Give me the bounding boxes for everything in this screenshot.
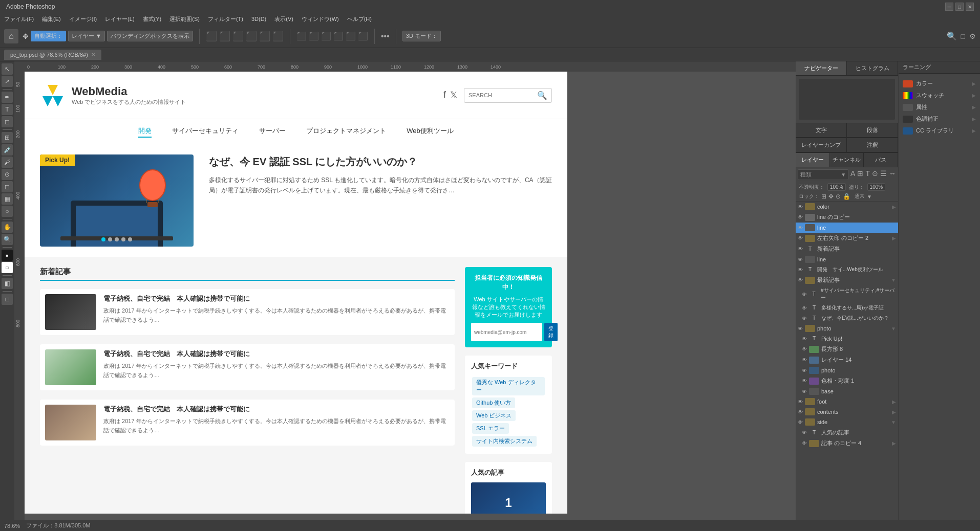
align-bottom-icon[interactable]: ⬛ <box>272 31 284 42</box>
background-color[interactable]: □ <box>2 262 13 273</box>
layer-item-photo-folder[interactable]: 👁 photo ▼ <box>796 323 898 334</box>
workspace-icon[interactable]: □ <box>961 32 965 40</box>
direct-selection-tool[interactable]: ↗ <box>2 76 13 87</box>
layer-item-contents-folder[interactable]: 👁 contents ▶ <box>796 407 898 417</box>
dist-left-icon[interactable]: ⬛ <box>296 31 307 41</box>
eye-icon[interactable]: 👁 <box>798 214 803 220</box>
layer-item-line-copy[interactable]: 👁 line のコピー <box>796 212 898 223</box>
channels-tab[interactable]: チャンネル <box>830 153 864 167</box>
eye-icon[interactable]: 👁 <box>798 246 803 252</box>
layers-smart-filter-icon[interactable]: ☰ <box>880 169 887 180</box>
layer-comp-tab[interactable]: レイヤーカンプ <box>796 138 847 152</box>
dist-center-h-icon[interactable]: ⬛ <box>309 31 319 41</box>
collapse-icon[interactable]: ▶ <box>972 81 976 86</box>
nav-item-server[interactable]: サーバー <box>259 125 286 138</box>
menu-help[interactable]: ヘルプ(H) <box>347 15 372 23</box>
nav-item-security[interactable]: サイバーセキュリティ <box>172 125 239 138</box>
layer-dropdown[interactable]: レイヤー ▼ <box>68 31 105 41</box>
zoom-tool[interactable]: 🔍 <box>2 234 13 245</box>
eye-icon[interactable]: 👁 <box>802 378 807 384</box>
menu-filter[interactable]: フィルター(T) <box>208 15 243 23</box>
layer-item-arrows-copy[interactable]: 👁 左右矢印 のコピー 2 ▶ <box>796 233 898 244</box>
close-button[interactable]: ✕ <box>966 3 974 11</box>
tab-close-icon[interactable]: ✕ <box>91 52 95 57</box>
align-right-icon[interactable]: ⬛ <box>232 31 244 42</box>
lock-all-icon[interactable]: 🔒 <box>843 193 850 200</box>
search-input[interactable] <box>468 92 535 98</box>
hand-tool[interactable]: ✋ <box>2 222 13 233</box>
eye-icon[interactable]: 👁 <box>798 277 803 283</box>
move-icon[interactable]: ✥ <box>23 32 29 40</box>
crop-tool[interactable]: ⊞ <box>2 132 13 143</box>
collapse-icon[interactable]: ▶ <box>892 399 896 405</box>
nav-item-dev[interactable]: 開発 <box>138 125 152 138</box>
paths-tab[interactable]: パス <box>864 153 898 167</box>
keyword-tag[interactable]: サイト内検索システム <box>472 436 537 447</box>
menu-edit[interactable]: 編集(E) <box>42 15 61 23</box>
dist-center-v-icon[interactable]: ⬛ <box>346 31 356 41</box>
align-center-v-icon[interactable]: ⬛ <box>259 31 270 42</box>
menu-type[interactable]: 書式(Y) <box>143 15 162 23</box>
layers-tab[interactable]: レイヤー <box>796 153 830 167</box>
keyword-tag[interactable]: SSL エラー <box>472 423 509 434</box>
lock-artboard-icon[interactable]: ⊙ <box>836 193 841 200</box>
layer-item-huesat[interactable]: 👁 色相・彩度 1 <box>796 375 898 386</box>
eye-icon[interactable]: 👁 <box>802 316 807 321</box>
collapse-icon[interactable]: ▶ <box>892 409 896 415</box>
menu-3d[interactable]: 3D(D) <box>251 16 266 22</box>
eye-icon[interactable]: 👁 <box>798 257 803 262</box>
cc-library-property[interactable]: CC ライブラリ ▶ <box>903 125 976 137</box>
collapse-icon[interactable]: ▶ <box>972 128 976 134</box>
collapse-icon[interactable]: ▶ <box>972 104 976 110</box>
bounding-box-checkbox[interactable]: バウンディングボックスを表示 <box>107 31 193 41</box>
eye-icon[interactable]: 👁 <box>802 346 807 352</box>
article-item[interactable]: 電子納税、自宅で完結 本人確認は携帯で可能に 政府は 2017 年からインターネ… <box>40 289 455 335</box>
eye-icon[interactable]: 👁 <box>798 326 803 331</box>
eye-icon[interactable]: 👁 <box>798 204 803 210</box>
eye-icon[interactable]: 👁 <box>802 357 807 363</box>
eye-icon[interactable]: 👁 <box>802 430 807 435</box>
newsletter-email-input[interactable] <box>471 323 542 341</box>
collapse-icon[interactable]: ▶ <box>972 93 976 98</box>
eye-icon[interactable]: 👁 <box>802 305 807 311</box>
keyword-tag[interactable]: 優秀な Web ディレクター <box>472 377 545 395</box>
layer-item-title-text[interactable]: 👁 T なぜ、今EV認...がいいのか？ <box>796 313 898 323</box>
eye-icon[interactable]: 👁 <box>798 225 803 231</box>
gradient-tool[interactable]: ▦ <box>2 193 13 205</box>
document-tab[interactable]: pc_top.psd @ 78.6% (RGB/8#) ✕ <box>4 50 101 60</box>
minimize-button[interactable]: ─ <box>945 3 953 11</box>
nav-item-pm[interactable]: プロジェクトマネジメント <box>306 125 386 138</box>
layer-item-rect8[interactable]: 👁 長方形 8 <box>796 344 898 355</box>
eye-icon[interactable]: 👁 <box>802 368 807 373</box>
dist-top-icon[interactable]: ⬛ <box>333 31 344 41</box>
layer-item-line2[interactable]: 👁 line <box>796 254 898 264</box>
quick-mask-mode[interactable]: ◧ <box>2 278 13 289</box>
article-item[interactable]: 電子納税、自宅で完結 本人確認は携帯で可能に 政府は 2017 年からインターネ… <box>40 400 455 446</box>
layer-item-popular-text[interactable]: 👁 T 人気の記事 <box>796 427 898 438</box>
expand-icon[interactable]: ▼ <box>891 419 896 425</box>
maximize-button[interactable]: □ <box>955 3 964 11</box>
shape-tool[interactable]: ◻ <box>2 116 13 127</box>
align-center-h-icon[interactable]: ⬛ <box>219 31 230 42</box>
collapse-icon[interactable]: ▶ <box>892 204 896 210</box>
expand-icon[interactable]: ▼ <box>891 326 896 331</box>
brush-tool[interactable]: 🖌 <box>2 157 13 168</box>
layers-toggle-filter-icon[interactable]: ↔ <box>889 169 896 180</box>
histogram-tab[interactable]: ヒストグラム <box>847 61 898 75</box>
window-controls[interactable]: ─ □ ✕ <box>945 3 974 11</box>
eye-icon[interactable]: 👁 <box>798 419 803 425</box>
collapse-icon[interactable]: ▶ <box>892 235 896 241</box>
color-property[interactable]: カラー ▶ <box>903 78 976 90</box>
align-left-icon[interactable]: ⬛ <box>206 31 217 42</box>
layer-item-color[interactable]: 👁 color ▶ <box>796 202 898 212</box>
home-icon[interactable]: ⌂ <box>4 29 18 43</box>
screen-mode[interactable]: □ <box>2 294 13 305</box>
collapse-icon[interactable]: ▶ <box>972 116 976 122</box>
eyedropper-tool[interactable]: 💉 <box>2 144 13 156</box>
layers-type-filter-icon[interactable]: A <box>850 169 855 180</box>
lock-pixels-icon[interactable]: ⊞ <box>821 193 826 200</box>
more-options-icon[interactable]: ••• <box>381 32 390 41</box>
blend-mode-arrow[interactable]: ▼ <box>867 194 872 200</box>
layer-item-foot-folder[interactable]: 👁 foot ▶ <box>796 396 898 407</box>
eye-icon[interactable]: 👁 <box>802 389 807 394</box>
